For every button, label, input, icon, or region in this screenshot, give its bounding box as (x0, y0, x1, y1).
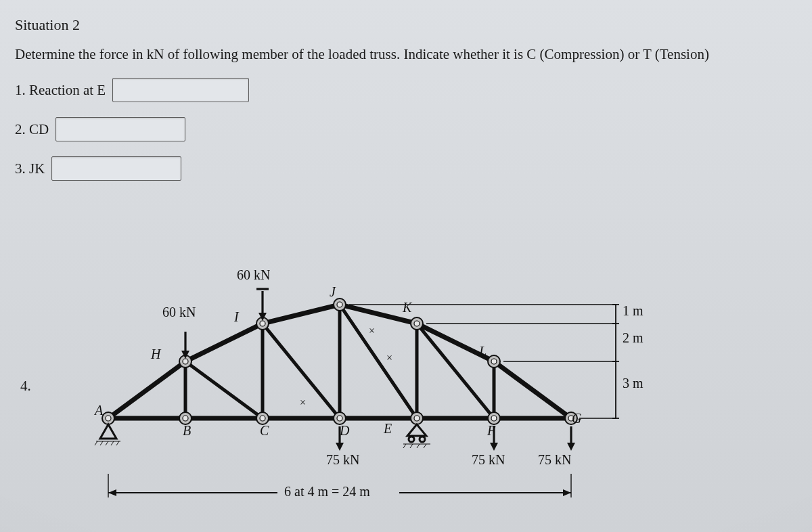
node-label-D: D (340, 423, 349, 439)
situation-title: Situation 2 (15, 16, 812, 34)
question-2-row: 2. CD (15, 117, 812, 141)
svg-line-28 (111, 441, 114, 445)
member-LG (494, 361, 571, 418)
svg-point-17 (260, 321, 265, 326)
svg-line-36 (424, 444, 426, 448)
svg-point-1 (106, 416, 111, 421)
question-3-row: 3. JK (15, 156, 812, 181)
svg-line-29 (116, 441, 119, 445)
member-HI (185, 324, 263, 361)
svg-point-11 (491, 416, 497, 421)
load-label-F: 75 kN (472, 452, 505, 468)
svg-point-30 (409, 437, 414, 442)
question-2-label: 2. CD (15, 121, 49, 138)
answer-blank-2[interactable] (55, 117, 185, 141)
svg-point-3 (183, 416, 188, 421)
node-label-J: J (330, 284, 336, 300)
svg-line-25 (95, 441, 97, 445)
svg-point-5 (260, 416, 265, 421)
svg-point-7 (337, 416, 342, 421)
node-label-E: E (384, 421, 392, 437)
svg-line-33 (403, 444, 406, 448)
node-label-A: A (95, 403, 103, 418)
member-IJ (263, 305, 340, 324)
question-3-label: 3. JK (15, 160, 45, 177)
support-roller-E (403, 424, 430, 448)
load-arrow-H (181, 332, 189, 359)
svg-point-31 (420, 437, 425, 442)
problem-prompt: Determine the force in kN of following m… (15, 46, 812, 63)
member-KF (417, 324, 494, 418)
node-label-K: K (403, 300, 411, 315)
node-label-I: I (234, 309, 239, 325)
question-4-label: 4. (20, 378, 31, 395)
load-arrow-I (256, 289, 269, 321)
svg-point-9 (414, 416, 420, 421)
load-label-D: 75 kN (326, 452, 359, 468)
x-mark-2: × (386, 352, 393, 363)
load-label-G: 75 kN (538, 452, 571, 468)
support-pin-A (95, 424, 120, 445)
member-AH (108, 361, 185, 418)
svg-marker-45 (490, 443, 498, 451)
svg-marker-47 (567, 443, 575, 451)
node-label-B: B (183, 423, 191, 439)
dim-label-2m: 2 m (623, 330, 644, 346)
dim-label-span: 6 at 4 m = 24 m (284, 484, 370, 500)
node-label-C: C (260, 423, 269, 439)
svg-marker-62 (563, 489, 571, 496)
svg-point-21 (414, 321, 420, 326)
question-1-label: 1. Reaction at E (15, 82, 106, 99)
member-HC (185, 361, 263, 418)
node-label-H: H (151, 347, 160, 362)
svg-line-27 (106, 441, 108, 445)
dim-label-1m: 1 m (623, 303, 644, 319)
x-mark-1: × (368, 325, 376, 336)
x-mark-3: × (299, 397, 307, 408)
load-label-H: 60 kN (162, 305, 196, 320)
node-label-G: G (572, 411, 581, 426)
svg-point-19 (337, 302, 342, 307)
node-label-L: L (479, 344, 487, 359)
svg-point-15 (183, 359, 188, 364)
svg-point-23 (491, 359, 497, 364)
answer-blank-3[interactable] (51, 156, 181, 181)
svg-marker-43 (336, 443, 344, 451)
answer-blank-1[interactable] (112, 78, 249, 102)
svg-line-26 (100, 441, 103, 445)
question-1-row: 1. Reaction at E (15, 78, 812, 102)
dim-label-3m: 3 m (623, 376, 644, 391)
svg-marker-61 (108, 489, 116, 496)
node-label-F: F (487, 423, 495, 439)
svg-line-34 (410, 444, 413, 448)
load-arrow-G (567, 426, 575, 451)
svg-line-35 (417, 444, 420, 448)
load-label-I: 60 kN (237, 267, 270, 283)
truss-figure: 60 kN 60 kN H I J K L A B C D E F G 75 k… (88, 271, 650, 521)
